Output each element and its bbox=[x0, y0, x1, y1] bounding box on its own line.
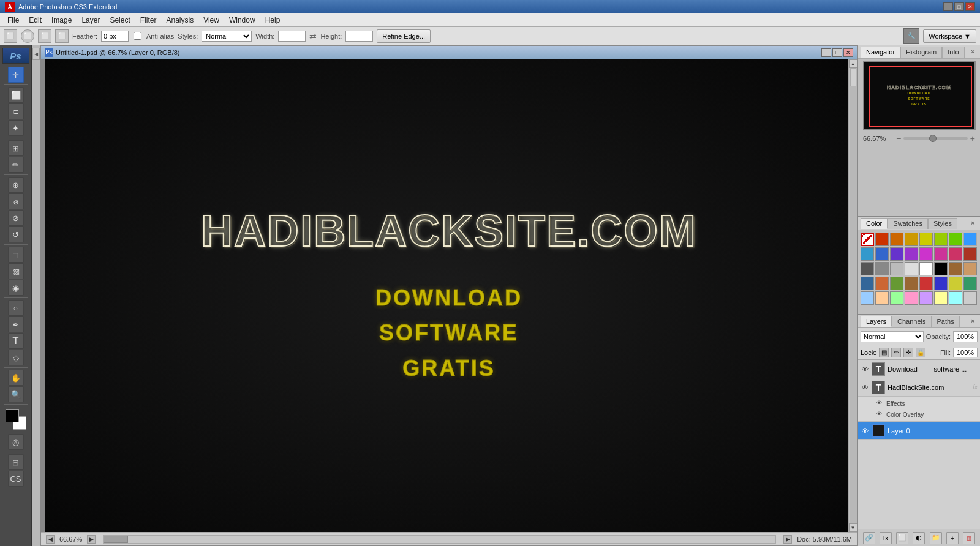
tab-navigator[interactable]: Navigator bbox=[861, 47, 900, 58]
doc-close-btn[interactable]: ✕ bbox=[843, 48, 853, 57]
tool-shape[interactable]: ◇ bbox=[8, 350, 24, 365]
layer-item-download[interactable]: 👁 T Download software ... bbox=[858, 360, 980, 378]
swatch-blue[interactable] bbox=[875, 247, 889, 261]
tool-screen-mode[interactable]: ⊟ bbox=[8, 454, 24, 470]
opacity-input[interactable] bbox=[953, 331, 978, 342]
swatch-mid-gray[interactable] bbox=[875, 262, 889, 275]
tool-options-icon-4[interactable]: ⬜ bbox=[55, 29, 69, 43]
swatch-tan[interactable] bbox=[963, 262, 977, 275]
menu-select[interactable]: Select bbox=[105, 15, 135, 26]
menu-help[interactable]: Help bbox=[260, 15, 285, 26]
tool-zoom[interactable]: 🔍 bbox=[8, 386, 24, 402]
swatch-yellow-green[interactable] bbox=[934, 233, 948, 246]
panel-close-mid[interactable]: ✕ bbox=[968, 220, 978, 226]
swatch-no-color[interactable] bbox=[861, 233, 874, 246]
tab-layers[interactable]: Layers bbox=[861, 316, 892, 327]
color-swatches-tool[interactable] bbox=[6, 409, 26, 430]
swatch-dark-red[interactable] bbox=[963, 247, 977, 261]
doc-minimize-btn[interactable]: ─ bbox=[821, 48, 831, 57]
swatch-pale-gray[interactable] bbox=[963, 291, 977, 305]
tool-options-icon-3[interactable]: ⬜ bbox=[38, 29, 51, 43]
tab-channels[interactable]: Channels bbox=[892, 316, 931, 327]
swatch-teal[interactable] bbox=[963, 277, 977, 290]
swatch-lavender[interactable] bbox=[919, 291, 933, 305]
swatch-crimson[interactable] bbox=[919, 277, 933, 290]
swatch-yellow[interactable] bbox=[919, 233, 933, 246]
swatch-brown[interactable] bbox=[905, 277, 918, 290]
layer-visibility-layer0[interactable]: 👁 bbox=[861, 427, 869, 435]
swatch-burnt-orange[interactable] bbox=[875, 277, 889, 290]
feather-input[interactable] bbox=[101, 31, 129, 42]
swatch-rose[interactable] bbox=[949, 247, 962, 261]
swatch-gray[interactable] bbox=[890, 262, 903, 275]
tool-lasso[interactable]: ⊂ bbox=[8, 103, 24, 119]
tool-gradient[interactable]: ▨ bbox=[8, 263, 24, 279]
swatch-pale-yellow[interactable] bbox=[934, 291, 948, 305]
swatch-magenta[interactable] bbox=[919, 247, 933, 261]
workspace-icon[interactable]: 🔧 bbox=[903, 28, 919, 44]
lock-all-btn[interactable]: 🔒 bbox=[916, 348, 925, 357]
maximize-button[interactable]: □ bbox=[954, 2, 964, 11]
tool-quickmask[interactable]: ◎ bbox=[8, 434, 24, 450]
navigator-zoom-plus[interactable]: + bbox=[970, 133, 975, 143]
new-group-btn[interactable]: 📁 bbox=[930, 532, 942, 544]
swatch-white[interactable] bbox=[919, 262, 933, 275]
menu-edit[interactable]: Edit bbox=[24, 15, 47, 26]
lock-transparency-btn[interactable]: ▤ bbox=[879, 348, 889, 357]
link-layers-btn[interactable]: 🔗 bbox=[863, 532, 875, 544]
tool-healing[interactable]: ⊕ bbox=[8, 177, 24, 193]
swatch-red[interactable] bbox=[875, 233, 889, 246]
tab-color[interactable]: Color bbox=[861, 218, 888, 229]
close-button[interactable]: ✕ bbox=[965, 2, 975, 11]
swatch-pink[interactable] bbox=[934, 247, 948, 261]
add-style-btn[interactable]: fx bbox=[880, 532, 892, 544]
navigator-zoom-minus[interactable]: − bbox=[896, 133, 901, 143]
effects-eye[interactable]: 👁 bbox=[876, 400, 884, 407]
swatch-pale-cyan[interactable] bbox=[949, 291, 962, 305]
tab-swatches[interactable]: Swatches bbox=[888, 218, 928, 229]
width-input[interactable] bbox=[278, 31, 306, 42]
height-input[interactable] bbox=[345, 31, 373, 42]
status-arrow-right[interactable]: ▶ bbox=[87, 535, 96, 544]
tool-text[interactable]: T bbox=[8, 333, 24, 349]
styles-dropdown[interactable]: Normal Fixed Ratio Fixed Size bbox=[202, 31, 252, 42]
swatch-black[interactable] bbox=[934, 262, 948, 275]
tab-info[interactable]: Info bbox=[942, 47, 964, 58]
tool-hand[interactable]: ✋ bbox=[8, 370, 24, 386]
menu-filter[interactable]: Filter bbox=[135, 15, 162, 26]
tool-magic-wand[interactable]: ✦ bbox=[8, 120, 24, 136]
layer-visibility-hadiblacksite[interactable]: 👁 bbox=[861, 383, 869, 392]
blend-mode-dropdown[interactable]: Normal Multiply Screen Overlay bbox=[861, 331, 924, 342]
menu-file[interactable]: File bbox=[2, 15, 24, 26]
delete-layer-btn[interactable]: 🗑 bbox=[963, 532, 975, 544]
swatch-purple[interactable] bbox=[905, 247, 918, 261]
status-arrow-left[interactable]: ◀ bbox=[46, 535, 55, 544]
tool-blur[interactable]: ◉ bbox=[8, 280, 24, 296]
panel-close-top[interactable]: ✕ bbox=[968, 48, 978, 55]
swatch-orange[interactable] bbox=[890, 233, 903, 246]
layer-item-layer0[interactable]: 👁 Layer 0 bbox=[858, 422, 980, 440]
tool-dodge[interactable]: ○ bbox=[8, 300, 24, 316]
swatch-pale-blue[interactable] bbox=[861, 291, 874, 305]
layer-item-hadiblacksite[interactable]: 👁 T HadiBlackSite.com fx bbox=[858, 378, 980, 397]
tool-cs[interactable]: CS bbox=[8, 471, 24, 487]
menu-window[interactable]: Window bbox=[224, 15, 260, 26]
swatch-gold[interactable] bbox=[949, 277, 962, 290]
tool-options-icon-1[interactable]: ⬜ bbox=[4, 29, 17, 43]
navigator-zoom-thumb[interactable] bbox=[929, 135, 937, 142]
tool-pen[interactable]: ✒ bbox=[8, 316, 24, 332]
swatch-dark-gray[interactable] bbox=[861, 262, 874, 275]
fill-input[interactable] bbox=[953, 348, 978, 357]
tool-marquee[interactable]: ⬜ bbox=[8, 87, 24, 103]
swatch-olive[interactable] bbox=[890, 277, 903, 290]
new-layer-btn[interactable]: + bbox=[946, 532, 959, 544]
swatch-cyan[interactable] bbox=[861, 247, 874, 261]
collapse-btn[interactable]: ◀ bbox=[32, 48, 40, 60]
tool-history-brush[interactable]: ↺ bbox=[8, 226, 24, 242]
menu-view[interactable]: View bbox=[198, 15, 224, 26]
tool-move[interactable]: ✛ bbox=[8, 67, 24, 83]
scroll-thumb-h[interactable] bbox=[104, 536, 128, 543]
swatch-blue-highlight[interactable] bbox=[963, 233, 977, 246]
panel-close-bottom[interactable]: ✕ bbox=[968, 318, 978, 324]
scroll-up-btn[interactable]: ▲ bbox=[849, 59, 858, 68]
